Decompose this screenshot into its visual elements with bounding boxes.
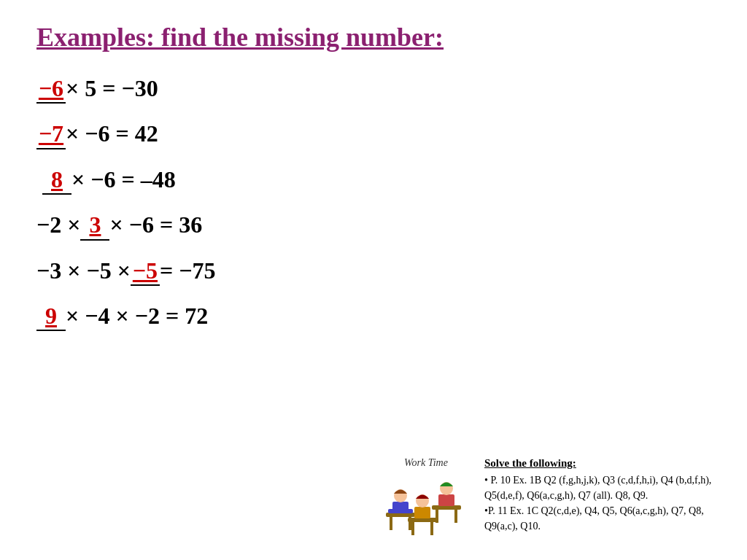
svg-rect-10 bbox=[438, 494, 454, 506]
ex3-after: × −6 = –48 bbox=[71, 166, 176, 193]
svg-rect-5 bbox=[388, 509, 395, 513]
example-row-3: 8 × −6 = –48 bbox=[36, 166, 711, 195]
example-row-1: −6 × 5 = −30 bbox=[36, 74, 711, 104]
example-row-4: −2 × 3 × −6 = 36 bbox=[36, 211, 711, 240]
bottom-section: Work Time bbox=[382, 457, 725, 538]
ex2-after: × −6 = 42 bbox=[66, 120, 158, 147]
examples-container: −6 × 5 = −30 −7 × −6 = 42 8 × −6 = –48 −… bbox=[36, 74, 711, 331]
svg-rect-13 bbox=[411, 522, 414, 535]
ex5-answer: −5 bbox=[131, 257, 160, 286]
example-row-6: 9 × −4 × −2 = 72 bbox=[36, 302, 711, 331]
ex3-before bbox=[36, 166, 42, 193]
svg-rect-15 bbox=[414, 507, 430, 518]
svg-rect-14 bbox=[430, 522, 433, 535]
example-row-5: −3 × −5 × −5 = −75 bbox=[36, 257, 711, 286]
ex4-after: × −6 = 36 bbox=[109, 211, 202, 238]
svg-rect-9 bbox=[454, 510, 457, 523]
ex6-answer: 9 bbox=[36, 302, 66, 331]
page-title: Examples: find the missing number: bbox=[36, 22, 711, 52]
ex2-answer: −7 bbox=[36, 120, 66, 149]
ex4-before: −2 × bbox=[36, 211, 80, 238]
ex3-answer: 8 bbox=[42, 166, 71, 195]
solve-content: • P. 10 Ex. 1B Q2 (f,g,h,j,k), Q3 (c,d,f… bbox=[484, 472, 725, 534]
work-time-label: Work Time bbox=[404, 457, 448, 469]
ex4-answer: 3 bbox=[80, 211, 109, 240]
ex1-after: × 5 = −30 bbox=[66, 74, 158, 102]
example-row-2: −7 × −6 = 42 bbox=[36, 120, 711, 149]
svg-rect-1 bbox=[390, 517, 392, 530]
solve-text-panel: Solve the following: • P. 10 Ex. 1B Q2 (… bbox=[484, 457, 725, 534]
students-illustration bbox=[382, 472, 470, 538]
svg-rect-6 bbox=[406, 509, 413, 513]
ex5-before: −3 × −5 × bbox=[36, 257, 131, 284]
work-time-area: Work Time bbox=[382, 457, 470, 538]
ex5-after: = −75 bbox=[160, 257, 215, 284]
page: Examples: find the missing number: −6 × … bbox=[0, 0, 747, 560]
solve-heading: Solve the following: bbox=[484, 457, 725, 470]
ex6-after: × −4 × −2 = 72 bbox=[66, 302, 208, 330]
ex1-answer: −6 bbox=[36, 74, 66, 104]
